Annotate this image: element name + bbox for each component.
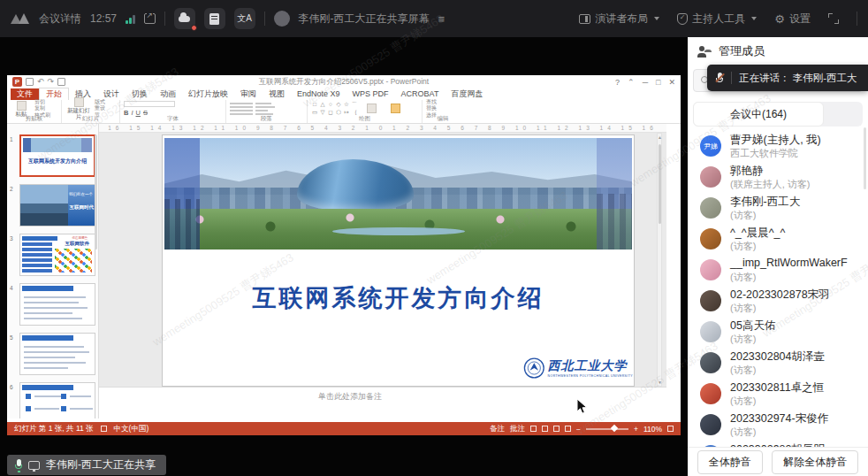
participant-row[interactable]: 尹娣 曹尹娣(主持人, 我) 西工大软件学院 (688, 131, 868, 162)
slide-thumbnail-4[interactable] (19, 283, 95, 326)
ppt-tab-6[interactable]: 动画 (154, 88, 182, 100)
font-name-combobox[interactable] (124, 101, 175, 107)
participant-row[interactable]: 05高天佑 (访客) (688, 317, 868, 348)
host-tools-button[interactable]: 主持人工具 (677, 12, 757, 27)
mute-all-button[interactable]: 全体静音 (697, 450, 763, 474)
participant-row[interactable]: 郭艳静 (联席主持人, 访客) (688, 162, 868, 193)
participant-row[interactable]: 李伟刚-西工大 (访客) (688, 193, 868, 224)
members-panel: 管理成员 正在讲话： 李伟刚-西工大 会议中(164) 尹娣 曹尹娣(主持人, … (688, 37, 868, 476)
help-button[interactable]: ? (615, 78, 620, 87)
ppt-tab-13[interactable]: 百度网盘 (445, 88, 489, 100)
zoom-slider[interactable] (586, 428, 628, 430)
slideshow-view-icon[interactable] (565, 426, 571, 432)
ppt-tab-10[interactable]: EndNote X9 (291, 88, 346, 100)
minimize-button[interactable]: ─ (643, 78, 648, 87)
ppt-tab-9[interactable]: 视图 (263, 88, 291, 100)
participant-avatar (700, 321, 721, 342)
save-icon[interactable] (26, 78, 34, 86)
slide-vertical-scrollbar[interactable]: ▲ ▼ (657, 133, 662, 387)
slide-thumbnail-3[interactable]: 你在用哪些 互联网软件 (19, 234, 95, 276)
find-button[interactable]: 查找 (426, 99, 437, 105)
zoom-level[interactable]: 110% (643, 425, 662, 434)
thumbnail-scrollbar[interactable] (95, 134, 97, 250)
captions-button[interactable]: 文A (234, 8, 255, 29)
slide-thumbnail-5[interactable] (19, 333, 95, 375)
participant-row[interactable]: 2023302811卓之恒 (访客) (688, 379, 868, 410)
thumb-number: 1 (10, 136, 13, 142)
font-controls: BIUS (124, 101, 175, 117)
replace-button[interactable]: 替换 (426, 105, 437, 111)
ppt-tab-11[interactable]: WPS PDF (346, 88, 395, 100)
participant-avatar (700, 228, 721, 250)
fit-slide-icon[interactable] (667, 426, 674, 432)
comments-toggle[interactable]: 批注 (510, 424, 525, 434)
notes-toggle[interactable]: 备注 (490, 424, 505, 434)
scroll-up-icon[interactable]: ▲ (658, 134, 661, 140)
notes-placeholder: 单击此处添加备注 (318, 391, 382, 403)
group-label-slides: 幻灯片 (62, 115, 119, 123)
participant-row[interactable]: 2023302804胡泽壹 (访客) (688, 348, 868, 379)
layout-menu-button[interactable]: 演讲者布局 (579, 12, 659, 27)
paste-button[interactable]: 粘贴 (11, 101, 32, 117)
notes-pane[interactable]: 单击此处添加备注 (99, 387, 666, 418)
layout-button[interactable]: 版式 (95, 99, 105, 105)
slide-thumbnail-2[interactable]: 我们处在一个 互联网时代 (19, 184, 95, 226)
reading-view-icon[interactable] (553, 426, 560, 432)
arrange-icon (367, 104, 377, 113)
cut-button[interactable]: 剪切 (34, 99, 50, 105)
participant-row[interactable]: ^_^晨晨^_^ (访客) (688, 224, 868, 255)
quick-styles-button[interactable] (385, 104, 406, 113)
ppt-tab-8[interactable]: 审阅 (234, 88, 263, 100)
quick-styles-icon (391, 104, 400, 113)
fullscreen-icon[interactable] (828, 13, 839, 24)
statusbar-right: 备注 批注 − + 110% (490, 424, 674, 434)
scroll-thumb[interactable] (659, 144, 661, 224)
maximize-button[interactable]: □ (656, 78, 660, 87)
meeting-details-label: 会议详情 (39, 12, 81, 27)
participant-row[interactable]: 2023302974-宋俊作 (访客) (688, 410, 868, 441)
reset-button[interactable]: 重设 (95, 105, 105, 111)
shape-gallery[interactable]: □△○◇☆⌒▭▽◻⬡↦｛ (311, 101, 358, 116)
paragraph-list-icons[interactable] (255, 103, 275, 115)
normal-view-icon[interactable] (530, 426, 537, 432)
paragraph-align-icons[interactable] (230, 103, 253, 115)
document-button[interactable] (204, 8, 225, 29)
participant-name: 2023302811卓之恒 (730, 380, 824, 395)
meeting-app-logo-icon (11, 13, 30, 24)
settings-button[interactable]: ⚙设置 (774, 12, 811, 27)
copy-button[interactable]: 复制 (34, 105, 50, 111)
university-name-en: NORTHWESTERN POLYTECHNICAL UNIVERSITY (548, 374, 633, 378)
slide-thumbnail-6[interactable] (19, 382, 95, 418)
language-label[interactable]: 中文(中国) (114, 424, 149, 434)
participant-row[interactable]: 02-2023302878宋羽 (访客) (688, 286, 868, 317)
redo-icon[interactable]: ↷ (48, 78, 55, 86)
slideshow-icon[interactable] (57, 78, 65, 86)
thumb2-line1: 我们处在一个 (69, 192, 93, 196)
cloud-recording-button[interactable] (174, 8, 195, 29)
arrange-button[interactable] (361, 104, 382, 113)
scroll-down-icon[interactable]: ▼ (658, 380, 661, 385)
meeting-details-button[interactable]: 会议详情 (39, 12, 81, 27)
zoom-slider-thumb[interactable] (610, 425, 617, 432)
zoom-in-button[interactable]: + (634, 425, 638, 434)
sharer-menu-icon[interactable]: ≡ (438, 12, 445, 26)
thumb-number: 4 (10, 285, 13, 291)
ppt-titlebar: P ↶ ↷ 互联网系统开发方向介绍2506V5.pptx - PowerPoin… (7, 75, 681, 88)
slide-counter: 幻灯片 第 1 张, 共 11 张 (14, 424, 94, 434)
slide-thumbnail-1[interactable]: 互联网系统开发方向介绍 (19, 134, 95, 177)
ppt-tab-12[interactable]: ACROBAT (395, 88, 445, 100)
slide-editor-area: 互联网系统开发方向介绍 西北工业大学 NORTHWESTERN POLYTECH… (99, 133, 666, 387)
spellcheck-icon (101, 426, 107, 432)
undo-icon[interactable]: ↶ (37, 78, 44, 86)
participant-row[interactable]: __imp_RtlWormWakerF (访客) (688, 255, 868, 286)
participant-name: __imp_RtlWormWakerF (730, 257, 848, 269)
close-button[interactable]: ✕ (668, 78, 675, 87)
unmute-all-button[interactable]: 解除全体静音 (772, 450, 858, 474)
ppt-tab-5[interactable]: 切换 (126, 88, 154, 100)
sorter-view-icon[interactable] (542, 426, 548, 432)
sharing-indicator-label: 李伟刚-西工大正在共享 (46, 457, 156, 472)
open-external-icon[interactable] (144, 13, 156, 24)
ribbon-options-button[interactable]: ⌃ (628, 78, 635, 87)
zoom-out-button[interactable]: − (576, 425, 581, 434)
ppt-tab-7[interactable]: 幻灯片放映 (182, 88, 234, 100)
